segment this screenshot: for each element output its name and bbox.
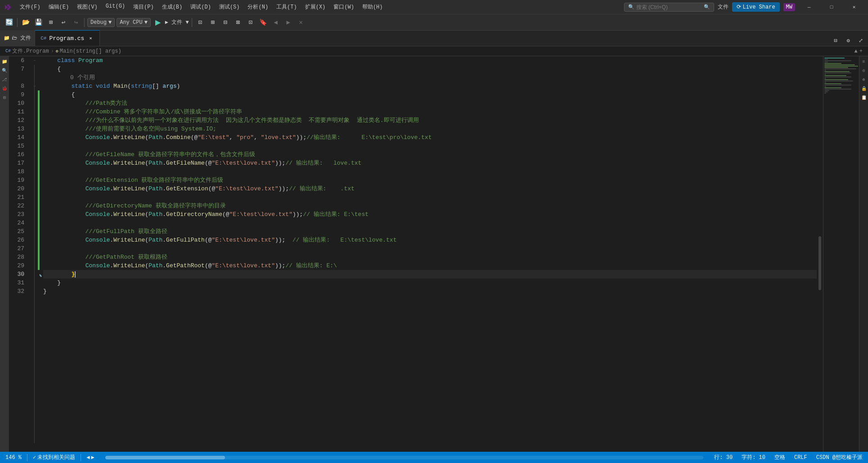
debug-config-label: Debug [90,19,107,26]
platform-dropdown[interactable]: Any CPU ▼ [117,18,151,27]
right-icon-4[interactable]: 🔒 [860,85,868,92]
breadcrumb-separator: › [51,48,54,54]
status-line[interactable]: 行: 30 [712,454,734,461]
menu-analyze[interactable]: 分析(N) [244,2,272,12]
debug-config-arrow: ▼ [108,19,112,26]
h-scroll-thumb[interactable] [105,456,225,459]
status-zoom[interactable]: 146 % [4,454,23,461]
live-share-button[interactable]: ⟳ Live Share [732,2,780,12]
menu-test[interactable]: 测试(S) [216,2,243,12]
breadcrumb-expand2[interactable]: + [859,48,863,54]
mm-18 [824,74,826,75]
line-num-29: 29 [9,261,28,270]
collapse-8[interactable]: − [31,82,38,90]
menu-window[interactable]: 窗口(W) [330,2,358,12]
menu-help[interactable]: 帮助(H) [359,2,387,12]
save-all-button[interactable]: ⊞ [45,17,56,28]
status-csdn: CSDN @想吃榛子派 [814,454,864,461]
breadcrumb-expand[interactable]: ▲ [855,48,858,54]
debug-config-dropdown[interactable]: Debug ▼ [87,18,115,27]
toolbar-btn-7[interactable]: ⊠ [233,17,243,28]
right-icon-1[interactable]: ≡ [860,58,868,65]
clear-bookmark[interactable]: ✕ [296,17,306,28]
close-button[interactable]: ✕ [844,0,864,14]
next-bookmark[interactable]: ▶ [283,17,294,28]
collapse-6[interactable]: − [31,56,38,65]
expand-button[interactable]: ⤢ [855,35,866,46]
right-icon-3[interactable]: ⊕ [860,76,868,83]
new-file-button[interactable]: 🔄 [4,17,14,28]
mm-21 [824,78,826,79]
code-line-16: ///GetFileName 获取全路径字符串中的文件名，包含文件后级 [43,150,817,159]
horizontal-scrollbar-area[interactable] [102,456,707,459]
minimap [823,56,859,452]
activity-debug[interactable]: 🐞 [1,85,8,92]
profile-icon[interactable]: MW [783,3,795,11]
status-problems[interactable]: ✓ 未找到相关问题 [31,454,77,461]
activity-extensions[interactable]: ⊞ [1,94,8,101]
scrollbar-thumb[interactable] [819,236,821,290]
status-col[interactable]: 字符: 10 [740,454,767,461]
status-spaces[interactable]: 空格 [773,454,787,461]
status-nav[interactable]: ◀ ▶ [85,454,96,461]
platform-arrow: ▼ [144,19,148,26]
code-line-31: } [43,279,817,287]
activity-git[interactable]: ⎇ [1,76,8,83]
menu-edit[interactable]: 编辑(E) [45,2,73,12]
line-num-13: 13 [9,125,28,133]
search-box[interactable]: 🔍 🔍 [624,3,714,12]
split-editor-button[interactable]: ⊟ [830,35,841,46]
mm-27 [824,86,826,87]
toolbar-btn-6[interactable]: ⊟ [220,17,231,28]
toolbar-btn-5[interactable]: ⊞ [207,17,218,28]
prev-bookmark[interactable]: ◀ [270,17,281,28]
status-encoding[interactable]: CRLF [792,454,809,461]
title-bar: 文件(F) 编辑(E) 视图(V) Git(G) 项目(P) 生成(B) 调试(… [0,0,868,14]
tab-close-button[interactable]: ✕ [87,35,94,42]
vertical-scrollbar[interactable] [817,56,823,452]
code-line-21 [43,193,817,202]
right-sidebar: ≡ ⊙ ⊕ 🔒 📋 [859,56,868,452]
menu-view[interactable]: 视图(V) [73,2,101,12]
menu-build[interactable]: 生成(B) [158,2,186,12]
breadcrumb-member[interactable]: ⊕ Main(string[] args) [56,48,121,54]
problems-label: 未找到相关问题 [37,454,75,461]
right-icon-2[interactable]: ⊙ [860,67,868,74]
undo-button[interactable]: ↩ [58,17,69,28]
run-button[interactable]: ▶ [153,17,163,28]
search-input[interactable] [636,4,704,10]
tab-cs-icon: C# [40,36,46,41]
toolbar-btn-4[interactable]: ⊡ [195,17,206,28]
menu-tools[interactable]: 工具(T) [273,2,301,12]
menu-extensions[interactable]: 扩展(X) [301,2,329,12]
code-line-ref: 0 个引用 [43,73,817,82]
mm-22 [824,79,848,80]
toolbar-btn-8[interactable]: ⊡ [245,17,256,28]
activity-explorer[interactable]: 📁 [1,58,8,65]
menu-file[interactable]: 文件(F) [16,2,44,12]
menu-project[interactable]: 项目(P) [130,2,157,12]
right-icon-5[interactable]: 📋 [860,94,868,101]
bookmark-button[interactable]: 🔖 [258,17,269,28]
status-sep-2 [81,454,81,461]
tab-settings-button[interactable]: ⚙ [843,35,854,46]
menu-git[interactable]: Git(G) [102,2,129,12]
file-icon: C# [5,49,11,54]
h-scroll-track[interactable] [105,456,704,459]
activity-search[interactable]: 🔍 [1,67,8,74]
mm-30 [824,90,829,91]
open-button[interactable]: 📂 [20,17,31,28]
mm-17 [824,72,851,73]
code-editor[interactable]: class Program { 0 个引用 static void Main(s… [40,56,817,452]
toolbar-sep-2 [84,18,85,27]
activity-bar: 📁 🔍 ⎇ 🐞 ⊞ [0,56,9,452]
menu-debug[interactable]: 调试(D) [187,2,215,12]
save-button[interactable]: 💾 [33,17,44,28]
tab-program-cs[interactable]: C# Program.cs ✕ [35,30,100,46]
redo-button[interactable]: ↪ [71,17,81,28]
minimize-button[interactable]: — [799,0,819,14]
maximize-button[interactable]: □ [821,0,842,14]
wrench-icon[interactable]: 🔧 [40,270,42,279]
run-label[interactable]: ▶ 文件 ▼ [165,18,189,26]
breadcrumb-file[interactable]: C# 文件.Program [5,47,49,55]
